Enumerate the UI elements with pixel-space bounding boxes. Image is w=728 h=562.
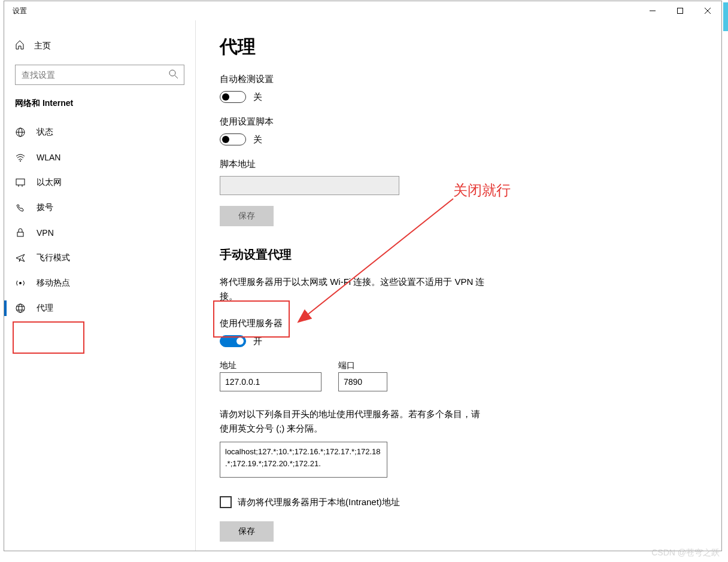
svg-point-16 [19, 304, 22, 312]
main-content: 代理 自动检测设置 关 使用设置脚本 关 脚本地址 保存 手动设置代理 将代理服… [196, 20, 721, 551]
sidebar-item-ethernet[interactable]: 以太网 [4, 170, 195, 195]
sidebar-item-vpn[interactable]: VPN [4, 220, 195, 245]
svg-point-4 [169, 70, 175, 76]
address-input[interactable] [220, 372, 321, 391]
decorative-strip [723, 2, 728, 31]
maximize-button[interactable] [666, 1, 694, 20]
sidebar-item-proxy[interactable]: 代理 [4, 296, 195, 321]
sidebar-item-label: 代理 [37, 303, 53, 314]
window-title: 设置 [4, 6, 27, 16]
svg-point-15 [16, 304, 25, 312]
settings-window: 设置 主页 [4, 1, 722, 551]
sidebar-item-label: 状态 [37, 127, 53, 138]
wifi-icon [15, 152, 26, 163]
svg-rect-1 [678, 8, 683, 14]
watermark: CSDN @苍穹之跃 [651, 548, 720, 558]
svg-point-14 [19, 282, 22, 284]
search-wrap [15, 65, 184, 85]
group-header: 网络和 Internet [4, 98, 195, 120]
auto-detect-toggle[interactable] [220, 91, 246, 103]
script-address-input[interactable] [220, 176, 399, 195]
address-label: 地址 [220, 360, 321, 371]
sidebar-item-dialup[interactable]: 拨号 [4, 195, 195, 220]
sidebar-item-label: 移动热点 [37, 278, 70, 288]
globe-icon [15, 303, 26, 314]
exceptions-desc: 请勿对以下列条目开头的地址使用代理服务器。若有多个条目，请使用英文分号 (;) … [220, 407, 483, 436]
hotspot-icon [15, 278, 26, 288]
sidebar-item-label: 拨号 [37, 202, 53, 213]
svg-line-5 [175, 75, 178, 78]
dialup-icon [15, 202, 26, 213]
sidebar-item-label: 以太网 [37, 177, 62, 188]
sidebar-item-hotspot[interactable]: 移动热点 [4, 271, 195, 296]
home-label: 主页 [34, 41, 51, 51]
svg-point-9 [20, 160, 21, 162]
auto-detect-state: 关 [253, 92, 262, 103]
port-input[interactable] [338, 372, 387, 391]
close-button[interactable] [694, 1, 721, 20]
port-label: 端口 [338, 360, 387, 371]
home-icon [15, 40, 25, 51]
use-proxy-label: 使用代理服务器 [220, 318, 697, 329]
save-button-2[interactable]: 保存 [220, 521, 274, 542]
manual-proxy-desc: 将代理服务器用于以太网或 Wi-Fi 连接。这些设置不适用于 VPN 连接。 [220, 275, 495, 303]
svg-rect-10 [16, 179, 25, 185]
use-script-toggle[interactable] [220, 133, 246, 145]
script-address-label: 脚本地址 [220, 159, 697, 170]
exceptions-input[interactable] [220, 442, 387, 478]
auto-detect-label: 自动检测设置 [220, 74, 697, 85]
use-proxy-state: 开 [253, 336, 262, 347]
sidebar-item-label: WLAN [37, 153, 60, 162]
ethernet-icon [15, 177, 26, 188]
status-icon [15, 127, 26, 138]
sidebar-item-label: 飞行模式 [37, 253, 70, 263]
use-script-state: 关 [253, 134, 262, 145]
use-script-label: 使用设置脚本 [220, 116, 697, 127]
manual-proxy-header: 手动设置代理 [220, 247, 697, 263]
svg-rect-13 [17, 232, 23, 236]
sidebar-item-wlan[interactable]: WLAN [4, 145, 195, 170]
intranet-checkbox[interactable] [220, 496, 232, 508]
sidebar-item-status[interactable]: 状态 [4, 120, 195, 145]
intranet-label: 请勿将代理服务器用于本地(Intranet)地址 [238, 497, 400, 508]
titlebar: 设置 [4, 1, 721, 20]
sidebar-item-airplane[interactable]: 飞行模式 [4, 245, 195, 271]
search-input[interactable] [15, 65, 184, 85]
search-icon [169, 69, 178, 81]
minimize-button[interactable] [639, 1, 666, 20]
airplane-icon [15, 253, 26, 263]
use-proxy-toggle[interactable] [220, 335, 246, 347]
window-controls [639, 1, 721, 20]
page-title: 代理 [220, 35, 697, 59]
sidebar-item-label: VPN [37, 228, 54, 238]
vpn-icon [15, 227, 26, 238]
home-link[interactable]: 主页 [4, 35, 195, 56]
sidebar: 主页 网络和 Internet 状态 WLAN 以太网 [4, 20, 196, 551]
save-button-1[interactable]: 保存 [220, 206, 274, 226]
